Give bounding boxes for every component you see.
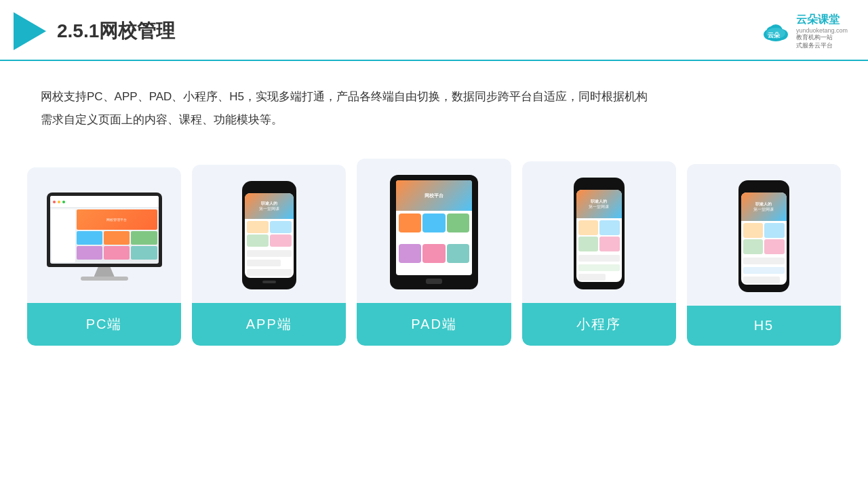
card-pc: 网校管理平台 [27,167,181,346]
card-h5: 职途人的 第一堂网课 [687,164,841,346]
pad-icon: 网校平台 [390,175,478,289]
phone-app-icon: 职途人的 第一堂网课 [242,181,296,289]
card-h5-label: H5 [687,306,841,346]
phone-mini-icon: 职途人的 第一堂网课 [574,178,625,289]
card-pc-image: 网校管理平台 [27,167,181,303]
card-pad: 网校平台 PAD端 [357,159,511,346]
brand-name: 云朵课堂 [796,13,840,27]
card-pad-image: 网校平台 [357,159,511,303]
card-mini-label: 小程序 [522,303,676,346]
brand-url: yunduoketang.com [796,27,848,34]
card-mini: 职途人的 第一堂网课 [522,161,676,346]
card-app-image: 职途人的 第一堂网课 [192,165,346,303]
card-pad-label: PAD端 [357,303,511,346]
brand-text: 云朵课堂 yunduoketang.com 教育机构一站 式服务云平台 [796,13,848,49]
header-left: 2.5.1网校管理 [14,12,175,50]
card-mini-image: 职途人的 第一堂网课 [522,161,676,303]
header: 2.5.1网校管理 云朵 云朵课堂 yunduoketang.com 教育机构一… [0,0,868,61]
cloud-icon: 云朵 [761,20,791,43]
logo-triangle-icon [14,12,46,50]
phone-h5-icon: 职途人的 第一堂网课 [738,180,789,292]
header-right: 云朵 云朵课堂 yunduoketang.com 教育机构一站 式服务云平台 [761,13,848,49]
page-title: 2.5.1网校管理 [57,18,175,44]
svg-text:云朵: 云朵 [768,32,781,39]
pc-monitor-icon: 网校管理平台 [47,192,162,281]
brand-sub: 教育机构一站 式服务云平台 [796,34,833,49]
description: 网校支持PC、APP、PAD、小程序、H5，实现多端打通，产品各终端自由切换，数… [0,61,868,145]
card-app: 职途人的 第一堂网课 [192,165,346,346]
card-pc-label: PC端 [27,303,181,346]
brand-logo: 云朵 云朵课堂 yunduoketang.com 教育机构一站 式服务云平台 [761,13,848,49]
description-text: 网校支持PC、APP、PAD、小程序、H5，实现多端打通，产品各终端自由切换，数… [41,85,827,131]
card-h5-image: 职途人的 第一堂网课 [687,164,841,306]
card-app-label: APP端 [192,303,346,346]
cards-section: 网校管理平台 [0,145,868,346]
